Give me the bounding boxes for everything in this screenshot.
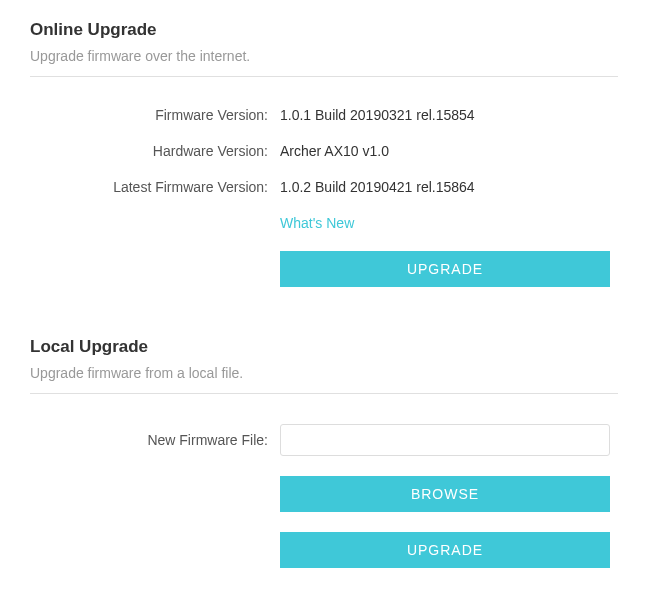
divider [30,76,618,77]
hardware-version-label: Hardware Version: [30,143,280,159]
whats-new-link[interactable]: What's New [280,215,354,231]
latest-firmware-row: Latest Firmware Version: 1.0.2 Build 201… [30,179,618,195]
latest-firmware-label: Latest Firmware Version: [30,179,280,195]
local-upgrade-title: Local Upgrade [30,337,618,357]
firmware-version-value: 1.0.1 Build 20190321 rel.15854 [280,107,475,123]
local-upgrade-subtitle: Upgrade firmware from a local file. [30,365,618,381]
local-upgrade-section: Local Upgrade Upgrade firmware from a lo… [30,337,618,568]
online-upgrade-title: Online Upgrade [30,20,618,40]
local-upgrade-button-row: UPGRADE [30,532,618,568]
new-firmware-file-input[interactable] [280,424,610,456]
whats-new-row: What's New [30,215,618,231]
firmware-version-row: Firmware Version: 1.0.1 Build 20190321 r… [30,107,618,123]
divider [30,393,618,394]
new-firmware-file-row: New Firmware File: [30,424,618,456]
latest-firmware-value: 1.0.2 Build 20190421 rel.15864 [280,179,475,195]
firmware-version-label: Firmware Version: [30,107,280,123]
browse-button-row: BROWSE [30,476,618,512]
online-upgrade-subtitle: Upgrade firmware over the internet. [30,48,618,64]
new-firmware-file-label: New Firmware File: [30,432,280,448]
hardware-version-value: Archer AX10 v1.0 [280,143,389,159]
hardware-version-row: Hardware Version: Archer AX10 v1.0 [30,143,618,159]
online-upgrade-button[interactable]: UPGRADE [280,251,610,287]
browse-button[interactable]: BROWSE [280,476,610,512]
online-upgrade-button-row: UPGRADE [30,251,618,287]
online-upgrade-section: Online Upgrade Upgrade firmware over the… [30,20,618,287]
local-upgrade-button[interactable]: UPGRADE [280,532,610,568]
